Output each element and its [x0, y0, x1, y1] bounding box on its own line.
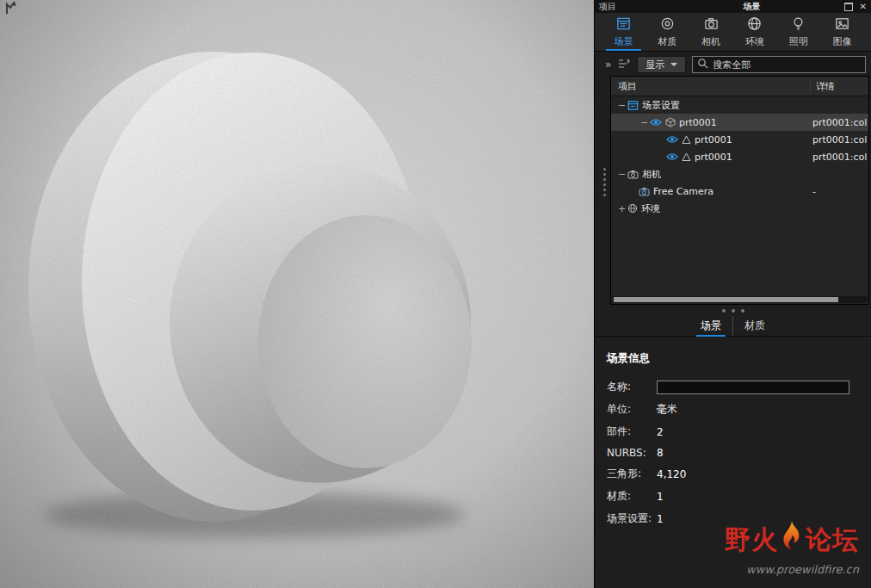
tree-row-label: Free Camera: [653, 186, 713, 197]
tree-row-label: prt0001: [695, 152, 732, 163]
field-value: 4,120: [657, 468, 686, 480]
image-frame-icon: [834, 15, 850, 34]
close-icon[interactable]: ✕: [860, 3, 867, 11]
name-input[interactable]: [657, 381, 849, 394]
search-field[interactable]: [692, 56, 866, 73]
tab-material[interactable]: 材质: [646, 13, 689, 51]
part-prism-icon: [682, 135, 691, 145]
tree-row-part[interactable]: prt0001 prt0001:col: [611, 131, 868, 148]
field-label: 部件:: [607, 424, 657, 439]
subtab-material[interactable]: 材质: [732, 316, 776, 336]
overflow-chevron-icon[interactable]: »: [605, 59, 611, 71]
search-input[interactable]: [713, 59, 861, 70]
tree-row-detail: prt0001:col: [812, 134, 869, 145]
tab-label: 场景: [614, 35, 633, 48]
chevron-down-icon: [670, 63, 677, 66]
tab-camera[interactable]: 相机: [689, 13, 733, 51]
camera-item-icon: [639, 187, 650, 196]
tree-row-label: prt0001: [695, 134, 732, 145]
column-header-detail[interactable]: 详情: [810, 80, 868, 93]
collapse-icon[interactable]: −: [639, 117, 650, 128]
scene-tree: 项目 详情 − 场景设置 − prt00: [610, 76, 869, 305]
camera-icon: [627, 170, 639, 179]
field-triangles: 三角形: 4,120: [607, 467, 862, 481]
field-value: 8: [657, 447, 664, 459]
field-units: 单位: 毫米: [607, 402, 862, 417]
info-subtabs: 场景 材质: [595, 315, 871, 337]
field-value: 2: [657, 426, 664, 438]
tree-row-environment[interactable]: + 环境: [611, 200, 868, 217]
field-name: 名称:: [607, 380, 862, 394]
scene-info-section: 场景信息 名称: 单位: 毫米 部件: 2 NURBS: 8 三角形: 4,12…: [607, 351, 862, 534]
tab-label: 材质: [658, 35, 676, 48]
project-panel: 项目 场景 ✕ 场景 材质: [594, 0, 871, 588]
field-label: 单位:: [607, 402, 657, 417]
field-value: 1: [657, 491, 664, 503]
tree-row-label: prt0001: [679, 117, 717, 128]
tree-row-free-camera[interactable]: Free Camera -: [611, 183, 868, 200]
show-dropdown-button[interactable]: 显示: [637, 56, 686, 73]
tree-row-part[interactable]: prt0001 prt0001:col: [611, 148, 868, 165]
brand-text-left: 野火: [725, 523, 778, 558]
render-viewport[interactable]: [0, 0, 594, 588]
watermark-url: www.proewildfire.cn: [725, 563, 859, 576]
field-label: 材质:: [607, 489, 657, 504]
tree-toolbar: » 显示: [595, 52, 871, 77]
flame-icon: [779, 518, 805, 560]
subtab-scene[interactable]: 场景: [689, 316, 732, 336]
column-header-item[interactable]: 项目: [611, 80, 810, 93]
tab-label: 相机: [701, 35, 720, 48]
tab-label: 图像: [833, 35, 852, 48]
tree-row-scene-settings[interactable]: − 场景设置: [611, 96, 868, 114]
bulb-icon: [790, 15, 806, 34]
brand-logo: 野火 论坛: [725, 518, 859, 562]
panel-titlebar: 项目 场景 ✕: [595, 0, 871, 13]
collapse-icon[interactable]: −: [616, 100, 627, 111]
material-sphere-icon: [659, 15, 676, 34]
tree-row-label: 相机: [642, 168, 661, 181]
undock-icon[interactable]: [844, 3, 853, 11]
field-materials: 材质: 1: [607, 489, 862, 504]
main-tabstrip: 场景 材质 相机 环境: [595, 13, 871, 52]
tree-row-model[interactable]: − prt0001 prt0001:col: [611, 114, 868, 131]
visibility-eye-icon[interactable]: [666, 135, 678, 144]
tab-image[interactable]: 图像: [820, 13, 864, 51]
visibility-eye-icon[interactable]: [650, 118, 662, 127]
collapse-icon[interactable]: −: [616, 169, 627, 180]
field-value: 1: [657, 513, 664, 525]
field-label: 名称:: [607, 380, 657, 394]
tab-scene[interactable]: 场景: [602, 13, 646, 51]
scrollbar-thumb[interactable]: [614, 297, 838, 302]
tab-label: 照明: [789, 35, 808, 48]
scene-settings-icon: [627, 100, 639, 111]
tab-label: 环境: [745, 35, 764, 48]
application-window: 项目 场景 ✕ 场景 材质: [0, 0, 871, 588]
tree-row-label: 场景设置: [642, 99, 680, 112]
globe-icon: [746, 15, 763, 34]
model-cube-icon: [665, 117, 676, 127]
expand-icon[interactable]: +: [616, 203, 627, 214]
tree-row-cameras[interactable]: − 相机: [611, 165, 868, 183]
field-label: NURBS:: [607, 447, 657, 459]
flatten-tree-icon[interactable]: [617, 57, 631, 73]
tab-environment[interactable]: 环境: [732, 13, 776, 51]
tree-row-label: 环境: [641, 202, 660, 215]
brand-text-right: 论坛: [806, 523, 859, 558]
scene-tab-icon: [615, 15, 632, 34]
camera-icon: [703, 15, 720, 34]
tree-row-detail: prt0001:col: [812, 117, 869, 128]
horizontal-scrollbar[interactable]: [612, 296, 868, 303]
field-label: 三角形:: [607, 467, 657, 481]
tree-row-detail: prt0001:col: [812, 152, 869, 163]
field-label: 场景设置:: [607, 511, 657, 526]
visibility-eye-icon[interactable]: [666, 152, 678, 161]
forum-watermark: 野火 论坛 www.proewildf: [725, 518, 859, 576]
search-icon: [697, 58, 708, 71]
environment-globe-icon: [627, 203, 638, 214]
show-button-label: 显示: [646, 59, 664, 71]
panel-title-scene: 场景: [659, 1, 844, 13]
tab-lighting[interactable]: 照明: [776, 13, 820, 51]
panel-splitter-handle[interactable]: [603, 168, 606, 196]
scene-info-title: 场景信息: [607, 351, 862, 366]
part-prism-icon: [682, 152, 691, 162]
